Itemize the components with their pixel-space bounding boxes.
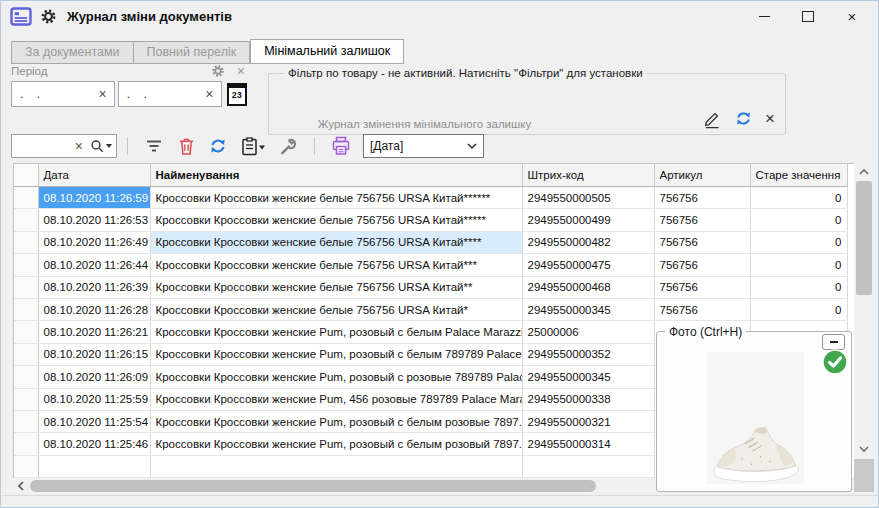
cell-name[interactable]: Кроссовки Кроссовки женские белые 756756… bbox=[150, 276, 522, 298]
table-row[interactable]: 08.10.2020 11:26:49 Кроссовки Кроссовки … bbox=[14, 231, 847, 253]
column-header-name[interactable]: Найменування bbox=[150, 164, 522, 187]
cell-barcode[interactable]: 25000006 bbox=[522, 321, 654, 343]
cell-barcode[interactable]: 2949550000505 bbox=[522, 187, 654, 209]
table-row[interactable]: 08.10.2020 11:26:28 Кроссовки Кроссовки … bbox=[14, 298, 847, 320]
cell-barcode[interactable]: 2949550000321 bbox=[522, 410, 654, 432]
delete-button[interactable] bbox=[175, 135, 197, 157]
cell-barcode[interactable]: 2949550000468 bbox=[522, 276, 654, 298]
vertical-scrollbar[interactable] bbox=[854, 163, 874, 457]
cell-name-highlighted[interactable]: Кроссовки Кроссовки женские белые 756756… bbox=[150, 231, 522, 253]
table-row[interactable]: 08.10.2020 11:26:44 Кроссовки Кроссовки … bbox=[14, 254, 847, 276]
cell-date[interactable]: 08.10.2020 11:26:21 bbox=[38, 321, 150, 343]
row-selector[interactable] bbox=[14, 388, 38, 410]
cell-article[interactable]: 756756 bbox=[654, 231, 750, 253]
minimize-button[interactable] bbox=[742, 1, 786, 31]
scroll-up-button[interactable] bbox=[854, 163, 874, 180]
cell-name[interactable]: Кроссовки Кроссовки женские Pum, розовый… bbox=[150, 366, 522, 388]
cell-date[interactable]: 08.10.2020 11:26:49 bbox=[38, 231, 150, 253]
close-button[interactable]: × bbox=[830, 1, 874, 31]
photo-panel-minimize-button[interactable] bbox=[822, 334, 845, 350]
row-selector[interactable] bbox=[14, 321, 38, 343]
tab-povnyi-perelik[interactable]: Повний перелік bbox=[134, 41, 251, 64]
sort-column-dropdown[interactable]: [Дата] bbox=[363, 134, 484, 158]
column-header-old-value[interactable]: Старе значення bbox=[750, 164, 847, 187]
cell-old-value[interactable]: 0 bbox=[750, 187, 847, 209]
report-button[interactable] bbox=[239, 135, 267, 157]
table-row[interactable]: 08.10.2020 11:26:39 Кроссовки Кроссовки … bbox=[14, 276, 847, 298]
row-selector[interactable] bbox=[14, 298, 38, 320]
search-clear-icon[interactable]: × bbox=[68, 139, 90, 153]
table-row[interactable]: 08.10.2020 11:26:53 Кроссовки Кроссовки … bbox=[14, 209, 847, 231]
cell-barcode[interactable]: 2949550000345 bbox=[522, 298, 654, 320]
cell-name[interactable]: Кроссовки Кроссовки женские Pum, розовый… bbox=[150, 343, 522, 365]
cell-barcode[interactable]: 2949550000338 bbox=[522, 388, 654, 410]
cell-date[interactable]: 08.10.2020 11:26:44 bbox=[38, 254, 150, 276]
row-selector[interactable] bbox=[14, 343, 38, 365]
scroll-left-button[interactable] bbox=[13, 478, 29, 494]
date-to-clear-icon[interactable]: × bbox=[198, 87, 220, 101]
cell-date[interactable]: 08.10.2020 11:26:15 bbox=[38, 343, 150, 365]
refresh-button[interactable] bbox=[207, 135, 229, 157]
row-selector[interactable] bbox=[14, 433, 38, 455]
date-from-clear-icon[interactable]: × bbox=[92, 87, 114, 101]
row-selector[interactable] bbox=[14, 366, 38, 388]
row-selector[interactable] bbox=[14, 276, 38, 298]
tab-minimalnyi-zalyshok[interactable]: Мінімальний залишок bbox=[250, 39, 404, 64]
cell-barcode[interactable]: 2949550000345 bbox=[522, 366, 654, 388]
column-header-article[interactable]: Артикул bbox=[654, 164, 750, 187]
cell-article[interactable]: 756756 bbox=[654, 254, 750, 276]
column-header-barcode[interactable]: Штрих-код bbox=[522, 164, 654, 187]
cell-article[interactable]: 756756 bbox=[654, 276, 750, 298]
table-row[interactable]: 08.10.2020 11:26:59 Кроссовки Кроссовки … bbox=[14, 187, 847, 209]
cell-barcode[interactable]: 2949550000352 bbox=[522, 343, 654, 365]
cell-date[interactable]: 08.10.2020 11:26:39 bbox=[38, 276, 150, 298]
cell-article[interactable]: 756756 bbox=[654, 209, 750, 231]
date-from-input[interactable]: . . × bbox=[11, 81, 115, 107]
cell-date[interactable]: 08.10.2020 11:25:59 bbox=[38, 388, 150, 410]
cell-date[interactable]: 08.10.2020 11:26:09 bbox=[38, 366, 150, 388]
cell-old-value[interactable]: 0 bbox=[750, 254, 847, 276]
period-gear-icon[interactable] bbox=[211, 64, 225, 78]
row-selector[interactable] bbox=[14, 209, 38, 231]
cell-date[interactable]: 08.10.2020 11:25:54 bbox=[38, 410, 150, 432]
calendar-icon[interactable]: 23 bbox=[227, 83, 247, 106]
cell-date[interactable]: 08.10.2020 11:26:28 bbox=[38, 298, 150, 320]
cell-name[interactable]: Кроссовки Кроссовки женские Pum, 456 роз… bbox=[150, 388, 522, 410]
filter-rows-button[interactable] bbox=[143, 135, 165, 157]
search-icon[interactable] bbox=[90, 139, 105, 154]
tab-za-dokumentamy[interactable]: За документами bbox=[11, 41, 134, 64]
gear-icon[interactable] bbox=[40, 8, 57, 25]
cell-old-value[interactable]: 0 bbox=[750, 276, 847, 298]
cell-article[interactable]: 756756 bbox=[654, 298, 750, 320]
cell-name[interactable]: Кроссовки Кроссовки женские белые 756756… bbox=[150, 254, 522, 276]
date-to-input[interactable]: . . × bbox=[118, 81, 222, 107]
row-selector[interactable] bbox=[14, 410, 38, 432]
cell-date[interactable]: 08.10.2020 11:25:46 bbox=[38, 433, 150, 455]
print-button[interactable] bbox=[330, 135, 352, 157]
maximize-button[interactable] bbox=[786, 1, 830, 31]
row-selector[interactable] bbox=[14, 231, 38, 253]
cell-barcode[interactable]: 2949550000482 bbox=[522, 231, 654, 253]
cell-barcode[interactable]: 2949550000314 bbox=[522, 433, 654, 455]
settings-button[interactable] bbox=[277, 135, 299, 157]
cell-name[interactable]: Кроссовки Кроссовки женские Pum, розовый… bbox=[150, 321, 522, 343]
search-options-caret-icon[interactable] bbox=[106, 144, 112, 148]
cell-old-value[interactable]: 0 bbox=[750, 231, 847, 253]
cell-name[interactable]: Кроссовки Кроссовки женские Pum, розовый… bbox=[150, 433, 522, 455]
cell-date[interactable]: 08.10.2020 11:26:53 bbox=[38, 209, 150, 231]
cell-name[interactable]: Кроссовки Кроссовки женские белые 756756… bbox=[150, 187, 522, 209]
row-selector[interactable] bbox=[14, 187, 38, 209]
cell-name[interactable]: Кроссовки Кроссовки женские Pum, розовый… bbox=[150, 410, 522, 432]
cell-barcode[interactable]: 2949550000475 bbox=[522, 254, 654, 276]
cell-old-value[interactable]: 0 bbox=[750, 298, 847, 320]
cell-barcode[interactable]: 2949550000499 bbox=[522, 209, 654, 231]
product-photo[interactable] bbox=[707, 352, 804, 484]
vertical-scroll-thumb[interactable] bbox=[856, 181, 872, 295]
cell-date-selected[interactable]: 08.10.2020 11:26:59 bbox=[38, 187, 150, 209]
cell-article[interactable]: 756756 bbox=[654, 187, 750, 209]
cell-name[interactable]: Кроссовки Кроссовки женские белые 756756… bbox=[150, 209, 522, 231]
column-header-date[interactable]: Дата bbox=[38, 164, 150, 187]
scroll-down-button[interactable] bbox=[854, 440, 874, 457]
search-input[interactable]: × bbox=[11, 134, 117, 158]
row-selector[interactable] bbox=[14, 254, 38, 276]
